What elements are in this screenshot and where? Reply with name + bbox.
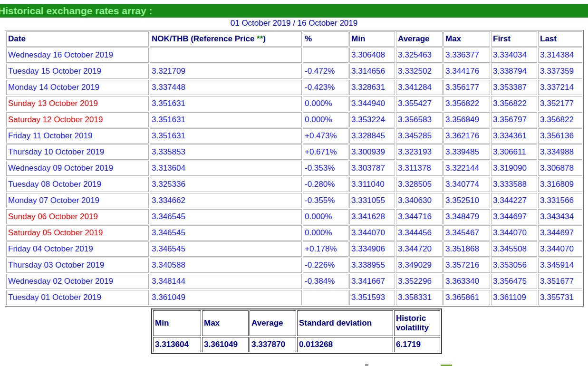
column-header-date: Date (6, 31, 149, 47)
last-cell: 3.343434 (538, 209, 582, 224)
first-cell: 3.334034 (491, 48, 537, 63)
date-cell: Tuesday 15 October 2019 (6, 64, 149, 79)
percent-change-cell: +0.178% (303, 241, 348, 257)
percent-change-cell (303, 290, 348, 305)
average-cell: 3.355427 (396, 96, 443, 111)
rates-table-row: Wednesday 02 October 20193.348144-0.384%… (6, 274, 582, 289)
page-title: Historical exchange rates array : (0, 4, 153, 18)
date-cell: Wednesday 16 October 2019 (6, 48, 149, 63)
min-cell: 3.344940 (349, 96, 395, 111)
rates-table-row: Tuesday 08 October 20193.325336-0.280%3.… (6, 177, 582, 192)
statistics-summary-table: Min Max Average Standard deviation Histo… (151, 308, 442, 354)
rate-cell: 3.351631 (150, 112, 302, 127)
date-cell: Saturday 12 October 2019 (6, 112, 149, 127)
min-cell: 3.353224 (349, 112, 395, 127)
average-cell: 3.344720 (396, 241, 443, 257)
average-cell: 3.345285 (396, 128, 443, 144)
section-title-bar: Historical exchange rates array : (0, 4, 588, 18)
date-cell: Tuesday 01 October 2019 (6, 290, 149, 305)
date-cell: Sunday 13 October 2019 (6, 96, 149, 111)
clipped-element-fragment-gray (365, 364, 368, 366)
last-cell: 3.356136 (538, 128, 582, 144)
summary-min-value: 3.313604 (153, 337, 201, 352)
min-cell: 3.300939 (349, 144, 395, 160)
column-header-last: Last (538, 31, 582, 47)
average-cell: 3.323193 (396, 144, 443, 160)
min-cell: 3.311040 (349, 177, 395, 192)
first-cell: 3.356475 (491, 274, 537, 289)
first-cell: 3.344697 (491, 209, 537, 224)
min-cell: 3.341667 (349, 274, 395, 289)
rates-table-row: Saturday 05 October 20193.3465450.000%3.… (6, 225, 582, 241)
first-cell: 3.334361 (491, 128, 537, 144)
min-cell: 3.314656 (349, 64, 395, 79)
column-header-rate: NOK/THB (Reference Price **) (150, 31, 302, 47)
column-header-average: Average (396, 31, 443, 47)
last-cell: 3.352177 (538, 96, 582, 111)
average-cell: 3.344456 (396, 225, 443, 241)
rate-cell: 3.325336 (150, 177, 302, 192)
percent-change-cell: +0.671% (303, 144, 348, 160)
rate-cell: 3.340588 (150, 258, 302, 273)
percent-change-cell: -0.472% (303, 64, 348, 79)
rate-cell: 3.346545 (150, 241, 302, 257)
first-cell: 3.353056 (491, 258, 537, 273)
rates-table-row: Wednesday 16 October 20193.3064083.32546… (6, 48, 582, 63)
last-cell: 3.337359 (538, 64, 582, 79)
rate-cell: 3.321709 (150, 64, 302, 79)
average-cell: 3.349029 (396, 258, 443, 273)
last-cell: 3.331566 (538, 193, 582, 208)
summary-header-average: Average (250, 310, 296, 336)
percent-change-cell: -0.280% (303, 177, 348, 192)
min-cell: 3.338955 (349, 258, 395, 273)
rates-table-row: Sunday 13 October 20193.3516310.000%3.34… (6, 96, 582, 111)
min-cell: 3.328845 (349, 128, 395, 144)
column-header-min: Min (349, 31, 395, 47)
last-cell: 3.351677 (538, 274, 582, 289)
rate-cell: 3.351631 (150, 128, 302, 144)
min-cell: 3.351593 (349, 290, 395, 305)
rate-cell: 3.348144 (150, 274, 302, 289)
column-header-max: Max (443, 31, 490, 47)
min-cell: 3.334906 (349, 241, 395, 257)
last-cell: 3.334988 (538, 144, 582, 160)
average-cell: 3.356583 (396, 112, 443, 127)
average-cell: 3.352296 (396, 274, 443, 289)
min-cell: 3.331055 (349, 193, 395, 208)
first-cell: 3.353387 (491, 80, 537, 95)
summary-average-value: 3.337870 (250, 337, 296, 352)
rate-cell: 3.346545 (150, 225, 302, 241)
date-cell: Monday 14 October 2019 (6, 80, 149, 95)
max-cell: 3.348479 (443, 209, 490, 224)
rates-table-row: Monday 14 October 20193.337448-0.423%3.3… (6, 80, 582, 95)
average-cell: 3.328505 (396, 177, 443, 192)
min-cell: 3.306408 (349, 48, 395, 63)
last-cell: 3.356822 (538, 112, 582, 127)
summary-volatility-value: 6.1719 (394, 337, 440, 352)
average-cell: 3.344716 (396, 209, 443, 224)
last-cell: 3.337214 (538, 80, 582, 95)
max-cell: 3.357216 (443, 258, 490, 273)
first-cell: 3.356797 (491, 112, 537, 127)
summary-header-max: Max (202, 310, 249, 336)
rate-cell: 3.334662 (150, 193, 302, 208)
max-cell: 3.344176 (443, 64, 490, 79)
rates-table-row: Monday 07 October 20193.334662-0.355%3.3… (6, 193, 582, 208)
summary-header-volatility: Historic volatility (394, 310, 440, 336)
min-cell: 3.341628 (349, 209, 395, 224)
max-cell: 3.351868 (443, 241, 490, 257)
summary-header-row: Min Max Average Standard deviation Histo… (153, 310, 440, 336)
min-cell: 3.303787 (349, 161, 395, 176)
first-cell: 3.356822 (491, 96, 537, 111)
date-cell: Tuesday 08 October 2019 (6, 177, 149, 192)
first-cell: 3.345508 (491, 241, 537, 257)
date-cell: Wednesday 09 October 2019 (6, 161, 149, 176)
rates-table-row: Thursday 10 October 20193.335853+0.671%3… (6, 144, 582, 160)
first-cell: 3.319090 (491, 161, 537, 176)
min-cell: 3.328631 (349, 80, 395, 95)
max-cell: 3.356822 (443, 96, 490, 111)
rate-cell (150, 48, 302, 63)
percent-change-cell: 0.000% (303, 112, 348, 127)
percent-change-cell: -0.353% (303, 161, 348, 176)
first-cell: 3.361109 (491, 290, 537, 305)
